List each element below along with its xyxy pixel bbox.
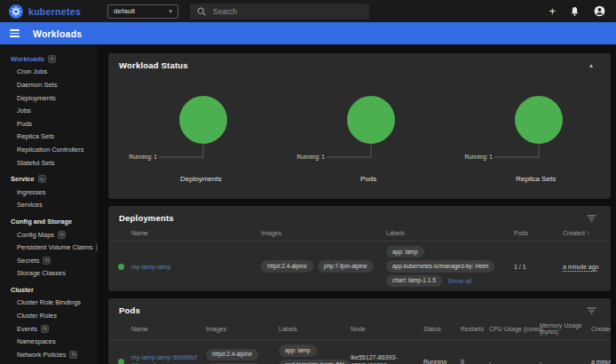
search-icon bbox=[197, 7, 206, 16]
sidebar-item-cluster-roles[interactable]: Cluster Roles bbox=[0, 309, 98, 322]
brand[interactable]: kubernetes bbox=[9, 4, 81, 19]
column-header-status[interactable]: Status bbox=[423, 326, 461, 332]
namespaced-badge-icon: N bbox=[58, 231, 66, 239]
label-chip: pod-template-hash: 5fd985cf68 bbox=[279, 360, 351, 364]
pod-status: Running bbox=[423, 359, 461, 364]
top-actions: + bbox=[549, 5, 607, 17]
sidebar-item-cron-jobs[interactable]: Cron Jobs bbox=[0, 66, 98, 79]
sidebar-item-ingresses[interactable]: Ingresses bbox=[0, 186, 98, 199]
column-header-images[interactable]: Images bbox=[261, 230, 386, 236]
column-header-name[interactable]: Name bbox=[131, 326, 206, 332]
replica-sets-status-chart: Running: 1 Replica Sets bbox=[443, 74, 611, 183]
kubernetes-dashboard: kubernetes default ▾ + bbox=[0, 0, 616, 364]
pod-row: my-lamp-lamp-5fd985cf68-jwvz4 httpd:2.4-… bbox=[108, 340, 611, 364]
label-chip: app: lamp bbox=[386, 246, 424, 257]
column-header-created[interactable]: Created ↑ bbox=[563, 230, 611, 236]
namespaced-badge-icon: N bbox=[43, 257, 51, 265]
notifications-bell-icon[interactable] bbox=[570, 6, 580, 17]
namespaced-badge-icon: N bbox=[69, 351, 77, 359]
menu-hamburger-icon[interactable] bbox=[10, 29, 20, 37]
search-box[interactable] bbox=[190, 4, 369, 20]
sidebar-item-service[interactable]: Service N bbox=[0, 172, 98, 186]
deployments-table-header: Name Images Labels Pods Created ↑ bbox=[108, 226, 611, 241]
sidebar-item-jobs[interactable]: Jobs bbox=[0, 104, 98, 117]
pods-card: Pods Name Images Labels Node Status Rest… bbox=[108, 298, 611, 364]
label-chip: app: lamp bbox=[279, 344, 317, 356]
filter-icon[interactable] bbox=[587, 215, 596, 222]
deployments-status-chart: Running: 1 Deployments bbox=[108, 74, 276, 183]
pods-status-chart: Running: 1 Pods bbox=[276, 74, 444, 183]
namespace-value: default bbox=[114, 7, 135, 15]
sidebar-item-cluster-role-bindings[interactable]: Cluster Role Bindings bbox=[0, 297, 98, 310]
sidebar-item-namespaces[interactable]: Namespaces bbox=[0, 335, 98, 348]
pods-donut-chart: Running: 1 bbox=[284, 86, 435, 170]
sidebar-item-services[interactable]: Services bbox=[0, 199, 98, 212]
sidebar-item-deployments[interactable]: Deployments bbox=[0, 91, 98, 105]
user-profile-icon[interactable] bbox=[594, 5, 605, 17]
column-header-labels[interactable]: Labels bbox=[386, 230, 514, 236]
sidebar-item-persistent-volume-claims[interactable]: Persistent Volume Claims N bbox=[0, 241, 98, 254]
sidebar-item-config-and-storage[interactable]: Config and Storage bbox=[0, 215, 98, 228]
deployments-title: Deployments bbox=[119, 213, 174, 223]
namespaced-badge-icon: N bbox=[48, 55, 56, 63]
create-resource-button[interactable]: + bbox=[549, 5, 556, 17]
pod-memory-usage: - bbox=[540, 359, 591, 364]
column-header-created[interactable]: Created ↑ bbox=[591, 326, 611, 332]
pods-ratio: 1 / 1 bbox=[514, 264, 563, 270]
sidebar-item-network-policies[interactable]: Network Policies N bbox=[0, 348, 98, 361]
collapse-card-icon[interactable]: ▴ bbox=[589, 62, 593, 69]
sort-ascending-icon: ↑ bbox=[587, 230, 590, 236]
label-chip: app.kubernetes.io/managed-by: Helm bbox=[386, 260, 494, 272]
workload-status-title: Workload Status bbox=[119, 60, 188, 70]
chart-annotation: Running: 1 bbox=[464, 154, 493, 161]
created-timestamp: a minute ago bbox=[563, 264, 611, 270]
chevron-down-icon: ▾ bbox=[170, 8, 173, 14]
sidebar-item-cluster[interactable]: Cluster bbox=[0, 283, 98, 297]
sidebar-item-daemon-sets[interactable]: Daemon Sets bbox=[0, 78, 98, 91]
sidebar-item-secrets[interactable]: Secrets N bbox=[0, 254, 98, 267]
replica-sets-donut-chart: Running: 1 bbox=[452, 86, 603, 170]
sidebar-item-storage-classes[interactable]: Storage Classes bbox=[0, 267, 98, 281]
page-title: Workloads bbox=[33, 28, 82, 39]
chart-annotation: Running: 1 bbox=[130, 154, 158, 161]
workload-status-card: Workload Status ▴ Running: 1 Deployments bbox=[108, 53, 611, 199]
filter-icon[interactable] bbox=[587, 307, 596, 314]
column-header-name[interactable]: Name bbox=[131, 230, 261, 236]
column-header-restarts[interactable]: Restarts bbox=[461, 326, 489, 332]
node-name: lke55127-86393-622f8d09399a bbox=[351, 353, 423, 364]
column-header-pods[interactable]: Pods bbox=[514, 230, 563, 236]
sidebar-item-config-maps[interactable]: Config Maps N bbox=[0, 228, 98, 241]
deployment-row: my-lamp-lamp httpd:2.4-alpine php:7-fpm-… bbox=[108, 241, 611, 291]
show-all-link[interactable]: Show all bbox=[448, 278, 471, 284]
sidebar-item-events[interactable]: Events N bbox=[0, 322, 98, 336]
status-ok-dot bbox=[118, 359, 124, 364]
column-header-cpu-usage[interactable]: CPU Usage (cores) bbox=[489, 326, 540, 332]
chart-label: Replica Sets bbox=[516, 175, 556, 183]
image-chip: php:7-fpm-alpine bbox=[318, 260, 374, 272]
sidebar-item-workloads[interactable]: Workloads N bbox=[0, 52, 98, 66]
kubernetes-logo-icon bbox=[9, 4, 23, 19]
column-header-node[interactable]: Node bbox=[351, 326, 423, 332]
namespace-selector[interactable]: default ▾ bbox=[107, 4, 178, 19]
column-header-images[interactable]: Images bbox=[206, 326, 279, 332]
namespaced-badge-icon: N bbox=[38, 175, 46, 183]
sidebar-item-replication-controllers[interactable]: Replication Controllers bbox=[0, 143, 98, 156]
sidebar-item-pods[interactable]: Pods bbox=[0, 117, 98, 131]
sidebar-item-replica-sets[interactable]: Replica Sets bbox=[0, 131, 98, 144]
label-chip: chart: lamp-1.1.5 bbox=[386, 275, 442, 287]
column-header-memory-usage[interactable]: Memory Usage (bytes) bbox=[540, 322, 591, 335]
deployments-card: Deployments Name Images Labels Pods Crea… bbox=[108, 206, 611, 291]
deployment-name-link[interactable]: my-lamp-lamp bbox=[131, 264, 261, 270]
chart-annotation: Running: 1 bbox=[297, 154, 326, 161]
chart-label: Deployments bbox=[180, 175, 222, 183]
pods-table-header: Name Images Labels Node Status Restarts … bbox=[108, 319, 611, 340]
chart-label: Pods bbox=[360, 175, 376, 183]
sidebar-item-stateful-sets[interactable]: Stateful Sets bbox=[0, 156, 98, 170]
column-header-labels[interactable]: Labels bbox=[279, 326, 351, 332]
main-content: Workload Status ▴ Running: 1 Deployments bbox=[98, 44, 616, 364]
top-bar: kubernetes default ▾ + bbox=[0, 0, 616, 22]
search-input[interactable] bbox=[213, 7, 362, 16]
app-bar: Workloads bbox=[0, 22, 616, 44]
pod-name-link[interactable]: my-lamp-lamp-5fd985cf68-jwvz4 bbox=[131, 353, 206, 364]
image-chip: httpd:2.4-alpine bbox=[206, 349, 258, 360]
